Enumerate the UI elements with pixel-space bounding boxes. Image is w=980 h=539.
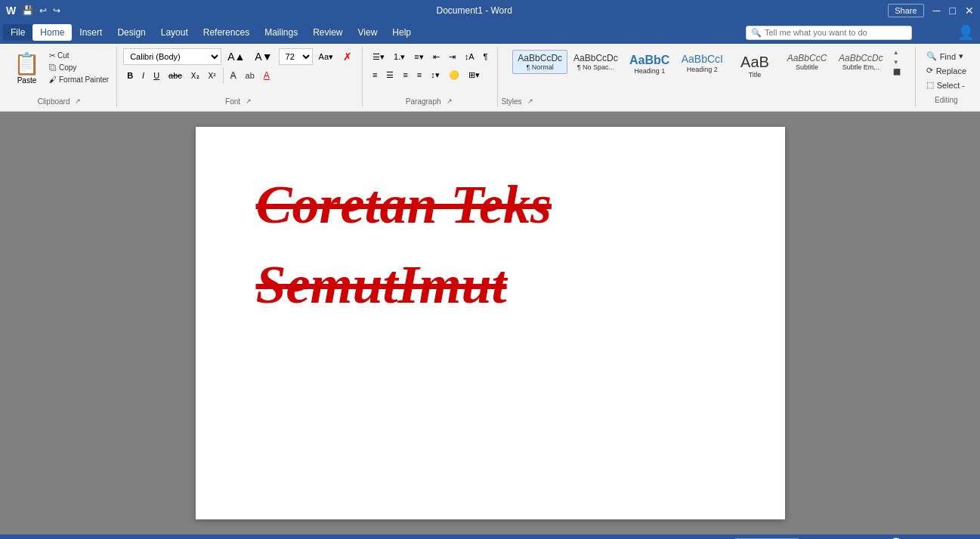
clear-format-btn[interactable]: ✗ <box>339 48 356 65</box>
font-size-decrease-btn[interactable]: A▼ <box>251 48 276 65</box>
sort-btn[interactable]: ↕A <box>461 48 478 65</box>
gallery-expand[interactable]: ⬛ <box>892 68 902 76</box>
clipboard-expand[interactable]: ↗ <box>73 97 83 106</box>
subscript-button[interactable]: X₂ <box>187 67 203 84</box>
menu-item-help[interactable]: Help <box>385 24 419 41</box>
maximize-button[interactable]: □ <box>950 5 956 17</box>
style-subtle-em-label: Subtle Em... <box>842 63 880 71</box>
minimize-button[interactable]: ─ <box>933 5 941 17</box>
style-normal[interactable]: AaBbCcDc ¶ Normal <box>512 50 567 74</box>
search-bar[interactable]: 🔍 <box>746 26 912 40</box>
italic-button[interactable]: I <box>138 67 148 84</box>
menu-item-home[interactable]: Home <box>32 24 72 41</box>
style-subtitle-label: Subtitle <box>796 63 818 71</box>
find-button[interactable]: 🔍 Find ▾ <box>922 50 971 63</box>
paste-button[interactable]: 📋 Paste <box>9 48 45 88</box>
style-subtle-em[interactable]: AaBbCcDc Subtle Em... <box>833 50 889 74</box>
replace-button[interactable]: ⟳ Replace <box>922 64 971 77</box>
search-input[interactable] <box>765 28 907 37</box>
quick-access-redo[interactable]: ↪ <box>53 5 60 16</box>
font-size-increase-btn[interactable]: A▲ <box>224 48 249 65</box>
document-content: Coretan Teks SemutImut <box>256 172 725 318</box>
editing-group: 🔍 Find ▾ ⟳ Replace ⬚ Select - Editing <box>916 47 977 107</box>
font-color-button[interactable]: A <box>260 67 274 84</box>
cut-button[interactable]: ✂ Cut <box>46 50 112 61</box>
cut-label: Cut <box>57 51 70 60</box>
style-heading1-label: Heading 1 <box>634 67 665 75</box>
unordered-list-btn[interactable]: ☰▾ <box>369 48 388 65</box>
style-title-preview: AaB <box>740 53 769 71</box>
underline-button[interactable]: U <box>150 67 163 84</box>
shading-btn[interactable]: 🟡 <box>445 66 463 83</box>
align-center-btn[interactable]: ☰ <box>382 66 397 83</box>
menu-item-layout[interactable]: Layout <box>153 24 196 41</box>
style-no-spacing[interactable]: AaBbCcDc ¶ No Spac... <box>568 50 623 74</box>
share-button[interactable]: Share <box>888 4 923 17</box>
styles-group: AaBbCcDc ¶ Normal AaBbCcDc ¶ No Spac... … <box>498 47 915 107</box>
style-heading2[interactable]: AaBbCcI Heading 2 <box>676 50 728 76</box>
document-page[interactable]: Coretan Teks SemutImut <box>196 127 785 519</box>
align-left-btn[interactable]: ≡ <box>369 66 381 83</box>
justify-btn[interactable]: ≡ <box>413 66 425 83</box>
menu-item-design[interactable]: Design <box>110 24 153 41</box>
font-family-select[interactable]: Calibri (Body) <box>123 48 221 65</box>
status-bar: Page 1 of 1 3 words ✓ Indonesian Display… <box>0 534 980 539</box>
format-painter-button[interactable]: 🖌 Format Painter <box>46 74 112 85</box>
font-divider <box>223 67 224 84</box>
style-heading1[interactable]: AaBbC Heading 1 <box>624 50 675 78</box>
superscript-button[interactable]: X² <box>205 67 220 84</box>
style-subtitle-preview: AaBbCcC <box>787 53 827 63</box>
copy-icon: ⿻ <box>49 63 57 72</box>
clipboard-small-buttons: ✂ Cut ⿻ Copy 🖌 Format Painter <box>46 50 112 85</box>
font-expand[interactable]: ↗ <box>243 97 254 106</box>
clipboard-group: 📋 Paste ✂ Cut ⿻ Copy 🖌 Format Painter C <box>3 47 117 107</box>
style-no-spacing-preview: AaBbCcDc <box>573 53 618 63</box>
select-button[interactable]: ⬚ Select - <box>922 79 971 91</box>
bold-button[interactable]: B <box>123 67 137 84</box>
word-logo: W <box>6 5 16 17</box>
editing-controls: 🔍 Find ▾ ⟳ Replace ⬚ Select - <box>922 50 971 91</box>
menu-item-insert[interactable]: Insert <box>72 24 110 41</box>
style-heading2-label: Heading 2 <box>687 66 718 73</box>
quick-access-undo[interactable]: ↩ <box>39 5 47 16</box>
font-group: Calibri (Body) A▲ A▼ 72 Aa▾ ✗ B I U abc … <box>117 47 363 107</box>
gallery-scroll-up[interactable]: ▲ <box>892 48 902 57</box>
style-subtitle[interactable]: AaBbCcC Subtitle <box>781 50 833 74</box>
text-effects-button[interactable]: A <box>227 67 240 84</box>
clipboard-content: 📋 Paste ✂ Cut ⿻ Copy 🖌 Format Painter <box>9 48 112 94</box>
font-controls: Calibri (Body) A▲ A▼ 72 Aa▾ ✗ B I U abc … <box>123 48 356 84</box>
menu-item-review[interactable]: Review <box>305 24 350 41</box>
account-icon[interactable]: 👤 <box>957 24 974 41</box>
borders-btn[interactable]: ⊞▾ <box>465 66 484 83</box>
style-no-spacing-label: ¶ No Spac... <box>577 63 614 71</box>
paragraph-expand[interactable]: ↗ <box>444 97 455 106</box>
quick-access-save[interactable]: 💾 <box>22 5 33 16</box>
strikethrough-button[interactable]: abc <box>165 67 186 84</box>
menu-item-mailings[interactable]: Mailings <box>257 24 305 41</box>
document-area: Coretan Teks SemutImut <box>0 112 980 534</box>
paragraph-row2: ≡ ☰ ≡ ≡ ↕▾ 🟡 ⊞▾ <box>369 66 491 83</box>
highlight-color-button[interactable]: ab <box>242 67 258 84</box>
show-marks-btn[interactable]: ¶ <box>479 48 491 65</box>
menu-item-file[interactable]: File <box>3 24 32 41</box>
replace-icon: ⟳ <box>926 66 933 75</box>
line-spacing-btn[interactable]: ↕▾ <box>427 66 444 83</box>
decrease-indent-btn[interactable]: ⇤ <box>429 48 444 65</box>
change-case-btn[interactable]: Aa▾ <box>315 48 337 65</box>
gallery-scroll-down[interactable]: ▼ <box>892 58 902 66</box>
copy-button[interactable]: ⿻ Copy <box>46 62 112 73</box>
close-button[interactable]: ✕ <box>965 5 974 17</box>
styles-expand[interactable]: ↗ <box>525 97 536 106</box>
style-title[interactable]: AaB Title <box>729 50 781 82</box>
ordered-list-btn[interactable]: 1.▾ <box>390 48 409 65</box>
menu-item-view[interactable]: View <box>351 24 385 41</box>
gallery-scroll: ▲ ▼ ⬛ <box>892 48 902 76</box>
document-line2: SemutImut <box>256 252 725 317</box>
align-right-btn[interactable]: ≡ <box>399 66 411 83</box>
increase-indent-btn[interactable]: ⇥ <box>445 48 459 65</box>
menu-item-references[interactable]: References <box>196 24 257 41</box>
paragraph-row1: ☰▾ 1.▾ ≡▾ ⇤ ⇥ ↕A ¶ <box>369 48 491 65</box>
multilevel-list-btn[interactable]: ≡▾ <box>410 48 427 65</box>
paste-label: Paste <box>17 76 37 85</box>
font-size-select[interactable]: 72 <box>279 48 313 65</box>
